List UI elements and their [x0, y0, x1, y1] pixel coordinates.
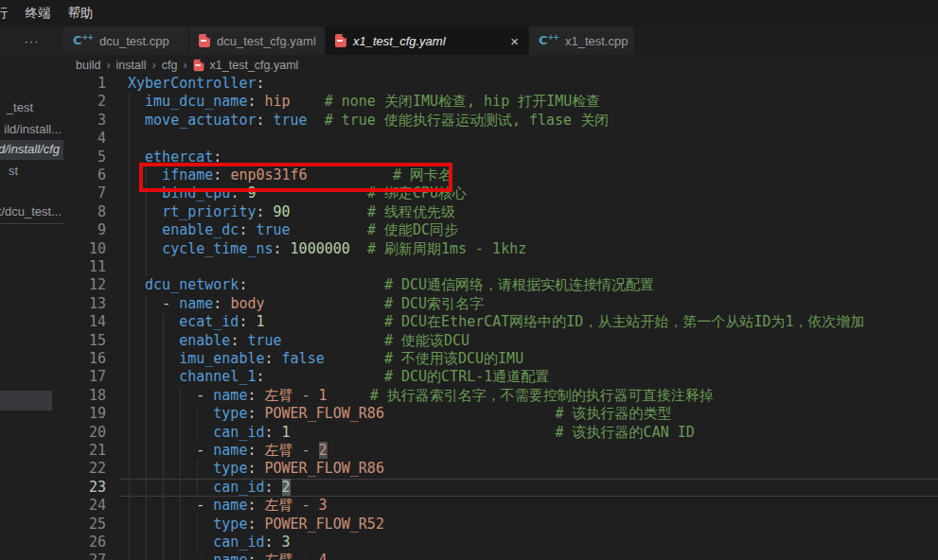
- code-token: can_id: [213, 479, 264, 496]
- code-token: :: [265, 350, 274, 367]
- code-line[interactable]: imu_dcu_name: hip # none 关闭IMU检查, hip 打开…: [128, 93, 600, 111]
- cpp-file-icon: C++: [539, 34, 558, 46]
- line-number: 4: [63, 130, 106, 148]
- line-number: 27: [63, 551, 106, 560]
- code-token: [327, 387, 370, 404]
- sidebar-item[interactable]: _test: [7, 98, 33, 117]
- breadcrumb-file[interactable]: x1_test_cfg.yaml: [210, 59, 299, 72]
- code-token: [128, 112, 145, 129]
- code-line[interactable]: - name: 左臂 - 4: [128, 551, 327, 560]
- chevron-right-icon: ›: [183, 59, 186, 72]
- code-token: [350, 240, 367, 257]
- code-token: [274, 534, 282, 551]
- sidebar-item-label: d/install/cfg: [0, 140, 60, 159]
- code-token: false: [282, 350, 325, 367]
- line-number: 12: [63, 276, 106, 294]
- line-number: 19: [63, 405, 106, 423]
- code-token: [128, 405, 213, 422]
- code-line[interactable]: dcu_network: # DCU通信网络，请根据实机连接情况配置: [128, 276, 654, 294]
- tab-overflow-button[interactable]: ···: [0, 26, 63, 55]
- code-line[interactable]: channel_1: # DCU的CTRL-1通道配置: [128, 368, 549, 386]
- code-token: [256, 497, 264, 514]
- code-line[interactable]: - name: 左臂 - 1 # 执行器索引名字，不需要控制的执行器可直接注释掉: [128, 387, 714, 405]
- code-token: 1: [256, 313, 264, 330]
- code-line[interactable]: - name: body # DCU索引名字: [128, 295, 484, 313]
- code-line[interactable]: cycle_time_ns: 1000000 # 刷新周期1ms - 1khz: [128, 240, 526, 258]
- code-line[interactable]: type: POWER_FLOW_R86 # 该执行器的类型: [128, 405, 672, 423]
- breadcrumb-item-install[interactable]: install: [116, 59, 147, 72]
- code-token: [128, 534, 213, 551]
- code-token: 左臂 - 1: [265, 387, 327, 404]
- code-line[interactable]: - name: 左臂 - 3: [128, 497, 327, 515]
- sidebar-item[interactable]: ild/install...: [4, 120, 62, 139]
- editor-column: build›install›cfg›x1_test_cfg.yaml 1Xybe…: [63, 55, 938, 560]
- code-token: cycle_time_ns: [162, 240, 273, 257]
- code-token: [265, 112, 274, 129]
- sidebar-item[interactable]: st: [9, 162, 18, 181]
- code-token: # 刷新周期1ms - 1khz: [367, 240, 526, 257]
- code-token: [128, 368, 179, 385]
- code-token: # DCU的CTRL-1通道配置: [384, 368, 549, 385]
- code-line[interactable]: - name: 左臂 - 2: [128, 442, 327, 460]
- code-token: POWER_FLOW_R86: [265, 460, 384, 477]
- code-token: [128, 424, 213, 441]
- code-token: [128, 295, 162, 312]
- code-line[interactable]: type: POWER_FLOW_R86: [128, 460, 384, 478]
- code-editor[interactable]: 1XyberController:2 imu_dcu_name: hip # n…: [63, 75, 938, 560]
- sidebar-item-selected[interactable]: d/install/cfg: [0, 140, 63, 160]
- code-token: [291, 221, 367, 238]
- code-token: [128, 387, 196, 404]
- code-token: # none 关闭IMU检查, hip 打开IMU检查: [325, 93, 601, 110]
- code-token: [265, 295, 384, 312]
- code-line[interactable]: enable: true # 使能该DCU: [128, 332, 469, 350]
- code-line[interactable]: rt_priority: 90 # 线程优先级: [128, 203, 455, 221]
- line-number: 18: [63, 387, 106, 405]
- menu-item-终端[interactable]: 终端: [17, 5, 60, 22]
- code-line[interactable]: can_id: 3: [128, 534, 291, 551]
- code-token: # 使能DC同步: [367, 221, 458, 238]
- code-token: enable_dc: [162, 221, 239, 238]
- code-line[interactable]: imu_enable: false # 不使用该DCU的IMU: [128, 350, 523, 368]
- line-number: 15: [63, 332, 106, 350]
- line-number: 11: [63, 258, 106, 276]
- code-token: # true 使能执行器运动测试, flase 关闭: [325, 112, 609, 129]
- code-token: [128, 332, 179, 349]
- code-line[interactable]: move_actuator: true # true 使能执行器运动测试, fl…: [128, 112, 609, 130]
- code-token: [128, 313, 179, 330]
- vscode-window: 行终端帮助 ··· C++dcu_test.cppdcu_test_cfg.ya…: [0, 0, 938, 560]
- code-token: 90: [274, 203, 291, 220]
- red-annotation-box: [139, 163, 452, 192]
- sidebar-selection-bar[interactable]: [0, 391, 52, 411]
- code-line[interactable]: can_id: 2: [128, 479, 291, 497]
- code-line[interactable]: type: POWER_FLOW_R52: [128, 516, 384, 534]
- code-token: dcu_network: [145, 276, 239, 293]
- breadcrumb-item-cfg[interactable]: cfg: [162, 59, 178, 72]
- code-token: rt_priority: [162, 203, 256, 220]
- code-token: [128, 516, 213, 533]
- sidebar-item[interactable]: t/dcu_test...: [0, 202, 62, 221]
- tab-label: dcu_test.cpp: [99, 34, 169, 48]
- menu-item-行[interactable]: 行: [0, 5, 17, 22]
- line-number: 9: [63, 221, 106, 239]
- code-token: [247, 276, 384, 293]
- line-number: 26: [63, 534, 106, 551]
- breadcrumb-item-build[interactable]: build: [76, 59, 100, 72]
- code-line[interactable]: ecat_id: 1 # DCU在EtherCAT网络中的ID，从主站开始，第一…: [128, 313, 865, 331]
- code-token: # 执行器索引名字，不需要控制的执行器可直接注释掉: [370, 387, 714, 404]
- code-token: [128, 479, 213, 496]
- tab-label: dcu_test_cfg.yaml: [217, 34, 316, 48]
- code-token: [291, 424, 556, 441]
- close-icon[interactable]: ×: [503, 33, 519, 49]
- code-line[interactable]: XyberController:: [128, 75, 265, 93]
- tab-dcu_test.cpp[interactable]: C++dcu_test.cpp: [63, 26, 189, 55]
- code-token: [128, 276, 145, 293]
- code-line[interactable]: enable_dc: true # 使能DC同步: [128, 221, 458, 239]
- tab-dcu_test_cfg.yaml[interactable]: dcu_test_cfg.yaml: [189, 26, 326, 55]
- chevron-right-icon: ›: [152, 59, 156, 72]
- code-line[interactable]: can_id: 1 # 该执行器的CAN ID: [128, 424, 695, 442]
- menu-item-帮助[interactable]: 帮助: [60, 5, 102, 22]
- tab-x1_test_cfg.yaml[interactable]: x1_test_cfg.yaml×: [326, 26, 529, 55]
- tab-x1_test.cpp[interactable]: C++x1_test.cpp: [529, 26, 635, 55]
- code-token: can_id: [213, 534, 264, 551]
- indent-guide: [129, 258, 130, 276]
